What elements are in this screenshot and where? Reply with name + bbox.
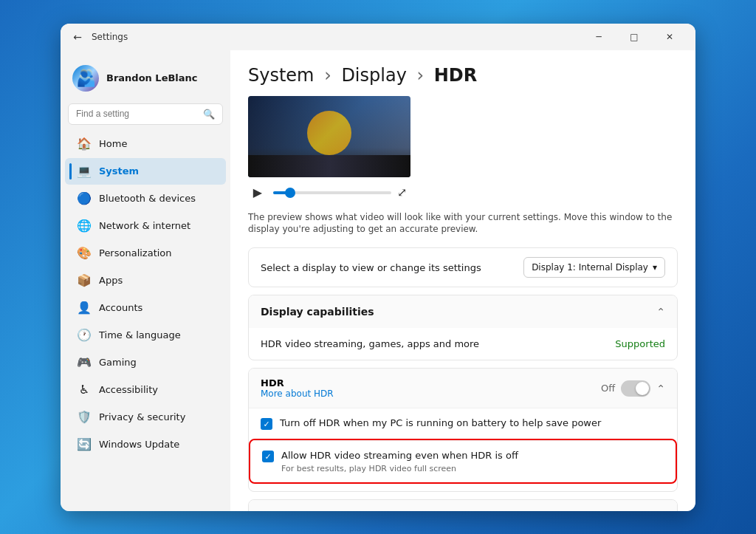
search-icon: 🔍	[203, 109, 215, 120]
accessibility-icon: ♿	[77, 383, 92, 397]
hdr-chevron: ⌃	[656, 383, 665, 394]
display-select-label: Select a display to view or change its s…	[261, 262, 481, 273]
breadcrumb-display: Display	[341, 65, 406, 86]
settings-window: ← Settings ─ □ ✕ 🫂 Brandon LeBlanc	[61, 24, 695, 511]
content-area: 🫂 Brandon LeBlanc 🔍 🏠 Home 💻 System 🔵 Bl…	[61, 50, 695, 511]
sidebar-item-network[interactable]: 🌐 Network & internet	[65, 213, 226, 239]
sidebar-item-accounts[interactable]: 👤 Accounts	[65, 295, 226, 321]
maximize-icon: □	[630, 32, 638, 42]
display-dropdown-value: Display 1: Internal Display	[532, 262, 648, 273]
home-icon: 🏠	[77, 137, 92, 151]
hdr-more-link[interactable]: More about HDR	[261, 388, 334, 399]
capabilities-chevron: ⌃	[656, 306, 665, 318]
sidebar-item-system[interactable]: 💻 System	[65, 158, 226, 185]
accounts-icon: 👤	[77, 301, 92, 315]
sidebar-item-time[interactable]: 🕐 Time & language	[65, 322, 226, 349]
seek-bar[interactable]	[273, 191, 391, 194]
streaming-checkbox-label: Allow HDR video streaming even when HDR …	[281, 450, 518, 462]
streaming-checkbox[interactable]: ✓	[262, 451, 274, 462]
calibration-title: Display calibration for HDR video	[261, 510, 564, 511]
sidebar-item-gaming[interactable]: 🎮 Gaming	[65, 349, 226, 376]
sidebar-item-update[interactable]: 🔄 Windows Update	[65, 431, 226, 458]
display-select-row: Select a display to view or change its s…	[248, 247, 678, 287]
capabilities-row: HDR video streaming, games, apps and mor…	[249, 328, 677, 360]
minimize-button[interactable]: ─	[582, 25, 616, 49]
calibration-chevron: ⌃	[656, 510, 665, 511]
display-dropdown[interactable]: Display 1: Internal Display ▾	[523, 257, 665, 278]
minimize-icon: ─	[596, 32, 601, 42]
breadcrumb-current: HDR	[434, 65, 478, 86]
streaming-label-group: Allow HDR video streaming even when HDR …	[281, 450, 518, 473]
back-button[interactable]: ←	[69, 29, 86, 45]
capabilities-section: Display capabilities ⌃ HDR video streami…	[248, 295, 678, 360]
battery-checkbox[interactable]: ✓	[261, 418, 272, 430]
sidebar-item-label: Accounts	[99, 302, 142, 313]
calibration-text-group: Display calibration for HDR video Turn o…	[261, 510, 564, 511]
update-icon: 🔄	[77, 437, 92, 452]
sidebar-item-home[interactable]: 🏠 Home	[65, 131, 226, 157]
seek-thumb	[285, 188, 295, 198]
sidebar-item-label: Apps	[99, 275, 123, 286]
video-controls: ▶ ⤢	[248, 183, 678, 202]
checkmark-icon: ✓	[264, 452, 271, 462]
gaming-icon: 🎮	[77, 355, 92, 370]
streaming-checkbox-row: ✓ Allow HDR video streaming even when HD…	[250, 440, 676, 482]
battery-checkbox-row: ✓ Turn off HDR when my PC is running on …	[249, 408, 677, 439]
play-button[interactable]: ▶	[248, 183, 267, 202]
search-input[interactable]	[76, 109, 199, 119]
fullscreen-button[interactable]: ⤢	[397, 185, 407, 199]
capabilities-title: Display capabilities	[261, 306, 374, 318]
window-controls: ─ □ ✕	[582, 25, 687, 49]
sidebar-item-label: Bluetooth & devices	[99, 193, 196, 204]
main-content: System › Display › HDR ▶	[230, 50, 695, 511]
hdr-toggle[interactable]	[621, 380, 650, 397]
window-title: Settings	[92, 32, 582, 42]
hdr-row: HDR More about HDR Off ⌃	[249, 369, 677, 408]
toggle-thumb	[636, 382, 649, 395]
capabilities-header[interactable]: Display capabilities ⌃	[249, 295, 677, 328]
capabilities-body: HDR video streaming, games, apps and mor…	[249, 328, 677, 360]
capabilities-row-value: Supported	[615, 338, 665, 349]
calibration-section: Display calibration for HDR video Turn o…	[248, 499, 678, 511]
sidebar-item-label: Home	[99, 138, 127, 149]
sidebar-item-label: Windows Update	[99, 439, 179, 450]
sidebar-item-label: Gaming	[99, 357, 137, 368]
bluetooth-icon: 🔵	[77, 191, 92, 206]
personalization-icon: 🎨	[77, 246, 92, 261]
breadcrumb-system: System	[248, 65, 315, 86]
search-box[interactable]: 🔍	[68, 103, 223, 125]
battery-label-group: Turn off HDR when my PC is running on ba…	[280, 417, 601, 430]
breadcrumb-sep1: ›	[324, 65, 331, 86]
capabilities-row-label: HDR video streaming, games, apps and mor…	[261, 338, 479, 349]
close-button[interactable]: ✕	[653, 25, 687, 49]
system-icon: 💻	[77, 164, 92, 179]
preview-description: The preview shows what video will look l…	[248, 211, 678, 236]
maximize-button[interactable]: □	[617, 25, 651, 49]
sidebar-item-personalization[interactable]: 🎨 Personalization	[65, 240, 226, 267]
checkmark-icon: ✓	[263, 420, 269, 429]
video-preview	[248, 96, 410, 177]
hdr-section: HDR More about HDR Off ⌃ ✓	[248, 368, 678, 492]
time-icon: 🕐	[77, 328, 92, 343]
sidebar-item-label: Privacy & security	[99, 411, 185, 422]
sidebar-item-privacy[interactable]: 🛡️ Privacy & security	[65, 404, 226, 431]
hdr-controls: Off ⌃	[601, 380, 665, 397]
sidebar-item-label: Network & internet	[99, 220, 190, 231]
back-icon: ←	[73, 31, 82, 43]
hdr-label-group: HDR More about HDR	[261, 377, 334, 399]
sidebar-item-apps[interactable]: 📦 Apps	[65, 267, 226, 294]
titlebar: ← Settings ─ □ ✕	[61, 24, 695, 50]
sidebar-item-accessibility[interactable]: ♿ Accessibility	[65, 377, 226, 403]
chevron-down-icon: ▾	[653, 262, 657, 273]
network-icon: 🌐	[77, 219, 92, 233]
privacy-icon: 🛡️	[77, 410, 92, 425]
battery-checkbox-label: Turn off HDR when my PC is running on ba…	[280, 417, 601, 430]
sidebar-item-label: Personalization	[99, 247, 172, 259]
apps-icon: 📦	[77, 273, 92, 288]
user-profile[interactable]: 🫂 Brandon LeBlanc	[61, 56, 230, 100]
calibration-header[interactable]: Display calibration for HDR video Turn o…	[249, 500, 677, 511]
sidebar-item-label: Accessibility	[99, 384, 158, 395]
sidebar-item-bluetooth[interactable]: 🔵 Bluetooth & devices	[65, 185, 226, 212]
user-name: Brandon LeBlanc	[106, 72, 198, 83]
streaming-checkbox-hint: For best results, play HDR video full sc…	[281, 464, 518, 473]
